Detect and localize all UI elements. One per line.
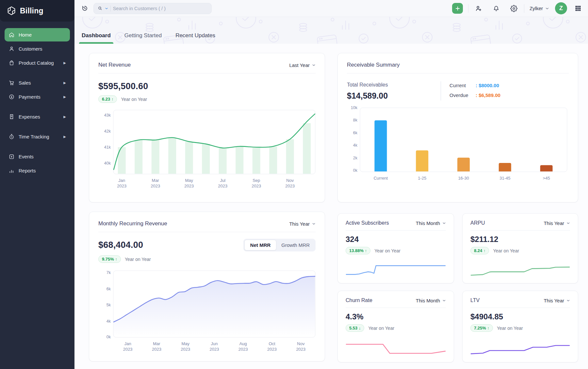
- svg-text:42k: 42k: [104, 129, 111, 134]
- svg-text:16-30: 16-30: [458, 176, 469, 181]
- mrr-period-select[interactable]: This Year: [289, 221, 316, 227]
- quick-create-button[interactable]: [452, 3, 463, 14]
- card-title: ARPU: [470, 220, 485, 226]
- history-button[interactable]: [80, 4, 90, 13]
- grid-icon: [575, 5, 581, 12]
- ltv-value: $4904.85: [470, 312, 570, 321]
- app-title: Billing: [20, 7, 43, 15]
- user-avatar[interactable]: Z: [555, 2, 567, 14]
- sidebar-item-label: Home: [19, 32, 32, 38]
- receipt-icon: [8, 114, 15, 120]
- net-mrr-toggle[interactable]: Net MRR: [244, 240, 277, 250]
- card-title: Receivable Summary: [347, 62, 400, 68]
- svg-text:2023: 2023: [267, 347, 277, 352]
- svg-text:Jun: Jun: [211, 341, 218, 346]
- notifications-button[interactable]: [491, 4, 501, 13]
- arpu-period-select[interactable]: This Year: [544, 220, 570, 226]
- total-receivables-value: $14,589.00: [347, 91, 441, 101]
- tab-dashboard[interactable]: Dashboard: [80, 32, 112, 44]
- sidebar-item-events[interactable]: Events: [5, 150, 70, 163]
- svg-text:2023: 2023: [117, 184, 126, 188]
- settings-button[interactable]: [509, 4, 519, 13]
- tab-recent-updates[interactable]: Recent Updates: [174, 32, 217, 44]
- change-label: Year on Year: [374, 248, 400, 253]
- svg-text:1-25: 1-25: [418, 176, 426, 181]
- svg-text:2023: 2023: [184, 184, 194, 188]
- sidebar-item-payments[interactable]: Payments ▶: [5, 90, 70, 104]
- svg-text:40k: 40k: [104, 161, 111, 166]
- svg-text:Mar: Mar: [152, 178, 159, 183]
- sidebar-item-product-catalog[interactable]: Product Catalog ▶: [5, 56, 70, 70]
- chevron-down-icon: [566, 299, 570, 302]
- svg-text:Nov: Nov: [286, 178, 294, 183]
- search-scope-chevron-icon[interactable]: [105, 7, 108, 10]
- svg-text:8k: 8k: [353, 118, 358, 122]
- divider: [347, 73, 569, 73]
- shopping-bag-icon: [8, 60, 15, 66]
- sidebar-item-customers[interactable]: Customers: [5, 42, 70, 56]
- sidebar-item-time-tracking[interactable]: Time Tracking ▶: [5, 130, 70, 143]
- churn-rate-card: Churn Rate This Month 4.3% 5.53 ↓ Year o…: [337, 291, 454, 362]
- svg-text:May: May: [185, 178, 193, 183]
- sidebar-item-label: Events: [19, 154, 34, 159]
- period-label: This Year: [544, 220, 564, 226]
- sidebar-item-sales[interactable]: Sales ▶: [5, 76, 70, 89]
- churn-period-select[interactable]: This Month: [416, 298, 446, 303]
- churn-value: 4.3%: [346, 312, 446, 321]
- mrr-mode-toggle: Net MRR Growth MRR: [243, 239, 316, 251]
- card-title: Monthly Recurring Revenue: [98, 220, 167, 227]
- svg-text:2023: 2023: [152, 347, 161, 352]
- search-icon: [98, 6, 103, 11]
- card-title: Active Subscribers: [346, 220, 389, 226]
- svg-text:Jul: Jul: [220, 178, 225, 183]
- cart-icon: [8, 80, 15, 86]
- refer-user-button[interactable]: [474, 4, 483, 13]
- current-label: Current: [449, 83, 476, 88]
- sidebar-item-reports[interactable]: Reports: [5, 164, 70, 177]
- topbar: Zylker Z: [74, 0, 588, 17]
- ltv-period-select[interactable]: This Year: [544, 298, 570, 303]
- tab-band: Dashboard Getting Started Recent Updates: [74, 17, 588, 44]
- apps-grid-button[interactable]: [573, 4, 583, 13]
- stopwatch-icon: [8, 134, 15, 140]
- bell-icon: [493, 5, 500, 12]
- ltv-card: LTV This Year $4904.85 7.25% ↑ Year on Y…: [462, 291, 578, 362]
- change-badge: 6.23 ↑: [98, 95, 117, 103]
- sidebar-item-expenses[interactable]: Expenses ▶: [5, 110, 70, 123]
- receivables-chart: 10k8k6k4k2k0kCurrent1-2516-3031-45>45: [347, 106, 569, 189]
- overdue-value: : $6,589.00: [476, 92, 500, 98]
- card-title: LTV: [470, 297, 480, 303]
- search-input[interactable]: [113, 6, 207, 11]
- dashboard-content: Net Revenue Last Year $595,500.60 6.23 ↑…: [74, 44, 588, 369]
- submenu-arrow-icon: ▶: [63, 135, 66, 138]
- svg-text:2023: 2023: [296, 347, 305, 352]
- change-badge: 13.88% ↑: [346, 247, 370, 254]
- period-label: This Month: [416, 220, 440, 226]
- svg-text:4k: 4k: [106, 319, 111, 324]
- ltv-sparkline: [470, 338, 570, 357]
- sidebar-item-home[interactable]: Home: [5, 28, 70, 41]
- total-receivables-label: Total Receivables: [347, 82, 441, 88]
- svg-text:2023: 2023: [210, 347, 219, 352]
- svg-text:31-45: 31-45: [499, 176, 510, 181]
- change-badge: 8.24 ↑: [470, 247, 489, 254]
- net-revenue-period-select[interactable]: Last Year: [289, 62, 316, 68]
- svg-text:Aug: Aug: [239, 341, 247, 346]
- svg-text:2023: 2023: [218, 184, 227, 188]
- chevron-down-icon: [312, 63, 316, 67]
- org-selector[interactable]: Zylker: [530, 6, 549, 11]
- user-plus-icon: [475, 5, 482, 12]
- subscribers-sparkline: [346, 259, 446, 278]
- net-revenue-card: Net Revenue Last Year $595,500.60 6.23 ↑…: [89, 53, 325, 202]
- arpu-value: $211.12: [470, 235, 570, 244]
- growth-mrr-toggle[interactable]: Growth MRR: [276, 240, 315, 250]
- search-divider: [110, 6, 111, 11]
- divider: [98, 232, 316, 232]
- tab-getting-started[interactable]: Getting Started: [123, 32, 163, 44]
- subscribers-period-select[interactable]: This Month: [416, 220, 446, 226]
- global-search[interactable]: [93, 3, 212, 14]
- sidebar-item-label: Customers: [19, 46, 42, 52]
- app-logo[interactable]: Billing: [0, 0, 74, 22]
- svg-text:6k: 6k: [106, 287, 111, 291]
- svg-text:2023: 2023: [252, 184, 261, 188]
